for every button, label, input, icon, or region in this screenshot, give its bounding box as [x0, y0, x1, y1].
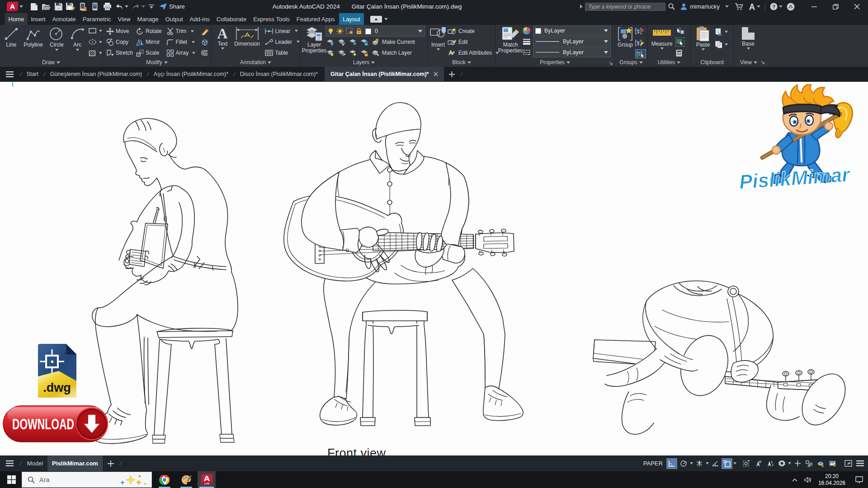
undo-icon[interactable]	[115, 2, 124, 11]
doctab-asci[interactable]: Aşçı İnsan (PislikMimar.com)*	[150, 67, 232, 81]
doctab-gitar-active[interactable]: Gitar Çalan İnsan (PislikMimar.com)*	[325, 67, 444, 81]
layer-on-bulb-icon[interactable]	[328, 28, 334, 35]
ungroup-button[interactable]	[635, 26, 646, 37]
layer-thaw-sun-icon[interactable]	[336, 28, 344, 35]
layer-thaw-tool-icon[interactable]	[349, 50, 357, 56]
ribbon-toggle-caret[interactable]	[384, 18, 388, 20]
linear-button[interactable]: Linear	[264, 26, 300, 36]
search-icon[interactable]	[668, 3, 675, 10]
layer-unisolate-tool-icon[interactable]	[338, 50, 346, 56]
group-button[interactable]: Group	[617, 25, 634, 58]
tab-addins[interactable]: Add-ins	[186, 13, 213, 25]
ribbon-display-toggle[interactable]	[370, 16, 382, 23]
account-button[interactable]: mimarlucky	[680, 3, 729, 10]
tab-annotate[interactable]: Annotate	[49, 13, 79, 25]
tab-output[interactable]: Output	[162, 13, 186, 25]
paint-taskbar-button[interactable]	[177, 471, 195, 488]
speaker-icon[interactable]	[801, 477, 815, 483]
layer-lock-tool-icon[interactable]	[360, 39, 368, 46]
select-similar-button[interactable]	[675, 38, 684, 47]
text-button[interactable]: A Text	[215, 25, 230, 58]
paper-space-label[interactable]: PAPER	[643, 460, 663, 467]
layer-color-swatch[interactable]	[365, 28, 371, 34]
layout-tab-model[interactable]: Model	[23, 455, 47, 471]
annotation-scale-caret[interactable]	[733, 462, 736, 465]
status-menu-button[interactable]	[854, 458, 865, 469]
settings-caret[interactable]	[788, 462, 791, 465]
layer-freeze-tool-icon[interactable]	[349, 39, 357, 46]
settings-gear-button[interactable]	[776, 458, 787, 469]
taskbar-search-box[interactable]: Ara	[22, 472, 152, 488]
arc-button[interactable]: Arc	[69, 25, 85, 58]
table-button[interactable]: Table	[264, 48, 300, 58]
save-icon[interactable]	[54, 2, 63, 11]
stretch-button[interactable]: Stretch	[106, 47, 136, 58]
close-button[interactable]	[849, 0, 864, 13]
mirror-button[interactable]: Mirror	[136, 37, 166, 47]
redo-icon[interactable]	[132, 2, 141, 11]
make-current-button[interactable]: Make Current	[372, 37, 415, 47]
lineweight-dropdown[interactable]: ByLayer	[533, 37, 611, 47]
draw-panel-label[interactable]: Draw	[0, 59, 102, 66]
view-panel-label[interactable]: View	[734, 59, 868, 66]
tab-manage[interactable]: Manage	[134, 13, 162, 25]
layer-unlock-tool-icon[interactable]	[360, 50, 368, 56]
edit-block-button[interactable]: Edit	[448, 37, 499, 47]
block-panel-label[interactable]: Block	[428, 59, 495, 66]
layout-tab-pislikmimar[interactable]: PislikMimar.com	[47, 455, 103, 471]
minimize-button[interactable]	[807, 0, 822, 13]
save-as-icon[interactable]	[66, 2, 75, 11]
leader-button[interactable]: Leader	[264, 37, 300, 47]
modify-panel-label[interactable]: Modify	[103, 59, 211, 66]
view-launcher-icon[interactable]	[761, 61, 764, 64]
trim-button[interactable]: Trim	[166, 26, 200, 37]
osnap-3d-toggle[interactable]	[764, 458, 775, 469]
open-file-icon[interactable]	[42, 2, 51, 11]
help-button[interactable]: ?	[770, 3, 783, 10]
layers-panel-label[interactable]: Layers	[300, 59, 428, 66]
download-button[interactable]: DOWNLOAD	[3, 405, 108, 443]
tray-chevron-icon[interactable]	[788, 478, 801, 482]
share-button[interactable]: Share	[159, 3, 185, 10]
layer-dropdown-caret[interactable]	[418, 30, 422, 33]
annotation-scale-toggle[interactable]	[722, 458, 732, 469]
layout-new-icon[interactable]	[103, 455, 119, 471]
ortho-toggle[interactable]	[678, 458, 689, 469]
open-from-mobile-icon[interactable]	[90, 2, 99, 11]
dimension-button[interactable]: Dimension	[234, 25, 261, 58]
qat-menu-icon[interactable]	[148, 2, 155, 11]
rotate-button[interactable]: Rotate	[136, 26, 166, 37]
create-block-button[interactable]: Create	[448, 26, 499, 36]
linetype-dropdown[interactable]: ByLayer	[533, 47, 611, 57]
hatch-button[interactable]	[88, 48, 102, 58]
tab-home[interactable]: Home	[5, 13, 28, 25]
drawing-canvas[interactable]: PislikMimar .dwg DOWNLOAD Front view	[0, 82, 868, 455]
doctab-guneslenen[interactable]: Güneşlenen İnsan (PislikMimar.com)	[46, 67, 146, 81]
array-button[interactable]: Array	[166, 47, 200, 58]
copy-clip-button[interactable]	[715, 39, 728, 50]
restore-button[interactable]	[828, 0, 843, 13]
start-button[interactable]	[3, 471, 20, 488]
chrome-taskbar-button[interactable]	[156, 471, 174, 488]
layer-on-tool-icon[interactable]	[326, 50, 335, 56]
scale-button[interactable]: Scale	[136, 47, 166, 58]
workspace-switching-button[interactable]	[804, 458, 815, 469]
layer-isolate-tool-icon[interactable]	[338, 39, 346, 46]
autodesk-apps-button[interactable]	[749, 4, 760, 10]
offset-button[interactable]	[200, 47, 211, 58]
rectangle-button[interactable]	[88, 26, 102, 36]
layer-off-tool-icon[interactable]	[326, 39, 335, 46]
tab-insert[interactable]: Insert	[28, 13, 49, 25]
grid-toggle[interactable]	[666, 458, 677, 469]
tab-parametric[interactable]: Parametric	[79, 13, 114, 25]
plot-icon[interactable]	[103, 2, 112, 11]
app-store-cart-icon[interactable]	[735, 3, 743, 10]
fullscreen-button[interactable]	[843, 458, 854, 469]
copy-button[interactable]: Copy	[106, 37, 136, 47]
properties-launcher-icon[interactable]	[609, 61, 613, 65]
group-selection-toggle[interactable]	[635, 49, 646, 58]
quick-calculator-button[interactable]	[675, 47, 684, 58]
line-button[interactable]: Line	[3, 25, 20, 58]
logo-dropdown-caret[interactable]	[19, 0, 23, 13]
isodraft-caret[interactable]	[706, 462, 709, 465]
